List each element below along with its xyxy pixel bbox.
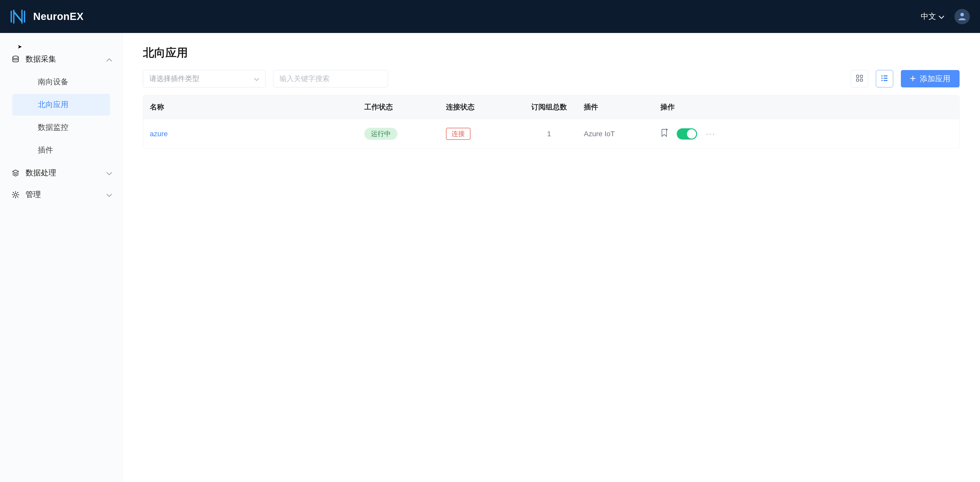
language-label: 中文 <box>921 11 936 22</box>
sidebar-group-data-collection: 数据采集 南向设备 北向应用 数据监控 插件 <box>0 48 122 161</box>
svg-point-2 <box>14 193 17 196</box>
sidebar: 数据采集 南向设备 北向应用 数据监控 插件 <box>0 33 123 482</box>
add-app-button[interactable]: 添加应用 <box>901 70 959 88</box>
svg-rect-12 <box>883 80 888 81</box>
sub-groups-count: 1 <box>521 130 577 138</box>
more-actions-button[interactable]: ··· <box>706 129 716 139</box>
grid-view-button[interactable] <box>851 70 868 88</box>
svg-point-7 <box>881 75 883 77</box>
sidebar-group-admin: 管理 <box>0 184 122 206</box>
svg-point-0 <box>960 13 964 16</box>
chevron-down-icon <box>107 169 112 177</box>
sidebar-group-header-admin[interactable]: 管理 <box>0 184 122 206</box>
work-status-badge: 运行中 <box>364 128 398 140</box>
plus-icon <box>910 74 916 83</box>
enable-toggle[interactable] <box>677 128 697 140</box>
more-icon: ··· <box>706 129 716 138</box>
toolbar: 请选择插件类型 <box>143 70 959 88</box>
conn-status-badge: 连接 <box>446 128 471 140</box>
bookmark-button[interactable] <box>660 129 668 139</box>
list-icon <box>881 74 888 83</box>
svg-rect-6 <box>860 79 862 81</box>
svg-point-11 <box>881 80 883 81</box>
user-icon <box>958 12 966 21</box>
svg-rect-5 <box>856 79 859 81</box>
sidebar-group-header-data-collection[interactable]: 数据采集 <box>0 48 122 70</box>
plugin-name: Azure IoT <box>577 130 654 138</box>
sidebar-item-label: 北向应用 <box>38 100 68 109</box>
sidebar-item-plugins[interactable]: 插件 <box>12 139 110 161</box>
sidebar-item-label: 插件 <box>38 146 53 154</box>
sidebar-item-label: 数据监控 <box>38 123 68 131</box>
database-icon <box>11 56 20 63</box>
gear-icon <box>11 191 20 199</box>
svg-rect-8 <box>883 75 888 77</box>
chevron-down-icon <box>254 75 259 83</box>
grid-icon <box>856 74 863 83</box>
sidebar-group-label: 管理 <box>25 189 41 200</box>
search-input-wrap <box>273 70 388 88</box>
chevron-down-icon <box>939 12 944 21</box>
svg-point-9 <box>881 78 883 79</box>
main-content: 北向应用 请选择插件类型 <box>123 33 980 482</box>
processing-icon <box>11 169 20 177</box>
avatar[interactable] <box>955 9 970 24</box>
page-title: 北向应用 <box>143 45 959 60</box>
sidebar-item-label: 南向设备 <box>38 77 68 86</box>
sidebar-group-label: 数据处理 <box>25 168 56 178</box>
sidebar-item-data-monitor[interactable]: 数据监控 <box>12 117 110 138</box>
add-app-label: 添加应用 <box>920 73 950 84</box>
bookmark-icon <box>660 131 668 139</box>
apps-table: 名称 工作状态 连接状态 订阅组总数 插件 操作 azure 运行中 连接 1 … <box>143 95 959 149</box>
col-name: 名称 <box>143 102 358 112</box>
brand-name: NeuronEX <box>33 11 83 22</box>
brand: NeuronEX <box>10 10 83 24</box>
col-conn-status: 连接状态 <box>439 102 521 112</box>
logo-icon <box>10 10 27 24</box>
plugin-type-select[interactable]: 请选择插件类型 <box>143 70 266 88</box>
svg-rect-10 <box>883 78 888 79</box>
col-sub-groups: 订阅组总数 <box>521 102 577 112</box>
app-header: NeuronEX 中文 <box>0 0 980 33</box>
language-selector[interactable]: 中文 <box>921 11 944 22</box>
sidebar-group-header-data-processing[interactable]: 数据处理 <box>0 162 122 184</box>
col-plugin: 插件 <box>577 102 654 112</box>
app-name-link[interactable]: azure <box>150 130 168 138</box>
svg-rect-3 <box>856 75 859 77</box>
chevron-down-icon <box>107 190 112 199</box>
svg-rect-4 <box>860 75 862 77</box>
search-input[interactable] <box>280 75 382 83</box>
sidebar-group-data-processing: 数据处理 <box>0 162 122 184</box>
chevron-up-icon <box>107 55 112 64</box>
sidebar-item-south-devices[interactable]: 南向设备 <box>12 71 110 93</box>
sidebar-group-label: 数据采集 <box>25 54 56 64</box>
list-view-button[interactable] <box>876 70 893 88</box>
plugin-type-placeholder: 请选择插件类型 <box>150 74 199 84</box>
col-work-status: 工作状态 <box>358 102 439 112</box>
col-actions: 操作 <box>654 102 959 112</box>
svg-point-1 <box>13 56 18 59</box>
table-row: azure 运行中 连接 1 Azure IoT <box>143 119 959 148</box>
sidebar-item-north-apps[interactable]: 北向应用 <box>12 94 110 115</box>
table-header: 名称 工作状态 连接状态 订阅组总数 插件 操作 <box>143 95 959 119</box>
